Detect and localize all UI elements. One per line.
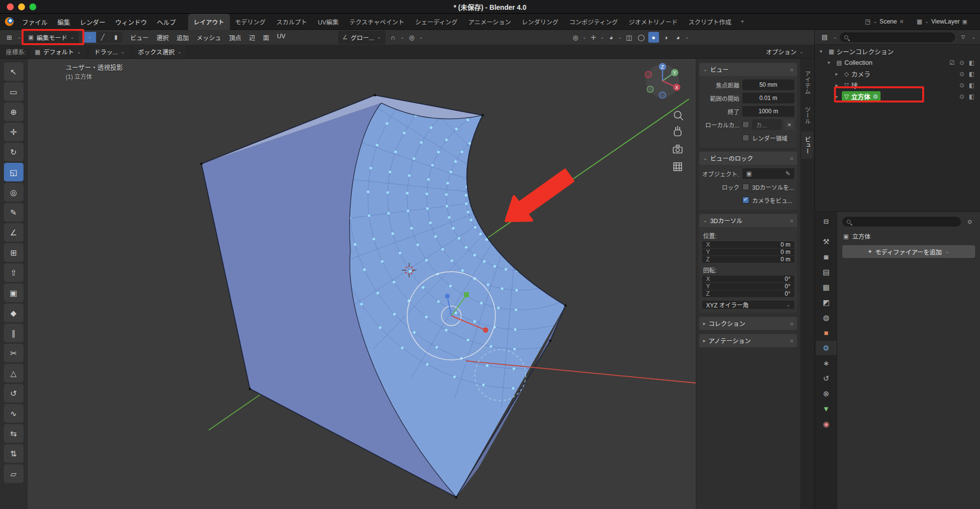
workspace-tab-texture-paint[interactable]: テクスチャペイント [344, 14, 410, 30]
workspace-tab-sculpting[interactable]: スカルプト [271, 14, 313, 30]
disable-render-camera-icon[interactable]: ◧ [967, 93, 976, 100]
lock-to-cursor-checkbox[interactable] [742, 183, 749, 190]
properties-tab-object-data[interactable]: ▼ [816, 402, 836, 416]
panel-grip-icon[interactable]: ≡ [790, 218, 793, 224]
viewport-menu-select[interactable]: 選択 [153, 31, 172, 44]
disable-render-camera-icon[interactable]: ◧ [967, 71, 976, 77]
outliner-row-cube[interactable]: ▸▽立方体⚙⊙◧ [815, 91, 980, 102]
select-box-tool[interactable]: ▭ [4, 82, 24, 101]
clip-end-field[interactable]: 1000 m [742, 106, 794, 117]
zoom-button[interactable] [29, 3, 36, 10]
proportional-editing-icon[interactable]: ◎ [406, 32, 417, 43]
sidebar-tab-item[interactable]: アイテム [801, 66, 813, 99]
edge-slide-tool[interactable]: ⇆ [4, 424, 24, 443]
coord-system-dropdown[interactable]: ▦ デフォルト ⌄ [30, 45, 85, 58]
scale-tool[interactable]: ◱ [4, 163, 24, 181]
eyedropper-icon[interactable]: ✎ [785, 170, 790, 177]
focal-length-field[interactable]: 50 mm [742, 79, 794, 90]
outliner-row-sphere[interactable]: ▸▽球⊙◧ [815, 79, 980, 91]
unlink-scene-icon[interactable]: ✕ [900, 19, 904, 25]
3d-viewport[interactable]: Z Y X [27, 59, 696, 509]
loop-cut-tool[interactable]: ∥ [4, 324, 24, 342]
properties-search-input[interactable] [842, 217, 961, 227]
face-select-button[interactable]: ▮ [110, 32, 122, 43]
shading-solid-icon[interactable]: ● [648, 32, 659, 43]
toggle-ortho-icon[interactable] [674, 163, 682, 171]
editor-type-icon[interactable]: ⊟ [821, 216, 832, 227]
viewport-menu-view[interactable]: ビュー [127, 31, 152, 44]
properties-tab-render[interactable]: ◙ [816, 250, 836, 264]
viewport-menu-face[interactable]: 面 [260, 31, 273, 44]
cursor-location-y-field[interactable]: Y0 m [702, 249, 794, 255]
workspace-tab-compositing[interactable]: コンポジティング [564, 14, 623, 30]
navigation-gizmo[interactable]: Z Y X [645, 63, 681, 99]
editor-type-icon[interactable]: ▤ [819, 32, 830, 43]
hide-viewport-eye-icon[interactable]: ⊙ [957, 82, 966, 89]
cursor-rotation-x-field[interactable]: X0° [702, 276, 794, 282]
shading-wireframe-icon[interactable]: ◯ [636, 32, 647, 43]
editor-type-dropdown[interactable]: ⌄ [833, 35, 837, 40]
render-region-checkbox[interactable] [742, 134, 749, 141]
panel-grip-icon[interactable]: ≡ [790, 321, 793, 327]
cube-mesh-object[interactable] [200, 59, 696, 499]
disable-render-camera-icon[interactable]: ◧ [967, 59, 976, 66]
view-section-header[interactable]: ⌄ ビュー ≡ [699, 63, 797, 76]
cursor-section-header[interactable]: ⌄ 3Dカーソル ≡ [699, 214, 797, 227]
annotation-section-header[interactable]: ▸ アノテーション ≡ [699, 334, 797, 347]
close-button[interactable] [7, 3, 14, 10]
shear-tool[interactable]: ▱ [4, 464, 24, 483]
viewport-menu-uv[interactable]: UV [273, 31, 289, 44]
workspace-tab-shading[interactable]: シェーディング [410, 14, 463, 30]
expand-arrow-icon[interactable]: ▸ [833, 94, 840, 99]
properties-tab-modifiers[interactable]: ⚙ [816, 341, 836, 355]
view-lock-section-header[interactable]: ⌄ ビューのロック ≡ [699, 152, 797, 165]
sidebar-tab-tool[interactable]: ツール [801, 102, 813, 129]
menu-edit[interactable]: 編集 [53, 15, 74, 29]
add-workspace-button[interactable]: + [736, 15, 748, 28]
expand-arrow-icon[interactable]: ▸ [833, 82, 840, 88]
copy-icon[interactable]: ▣ [962, 19, 967, 25]
panel-grip-icon[interactable]: ≡ [790, 338, 793, 344]
workspace-tab-layout[interactable]: レイアウト [188, 14, 230, 30]
edge-select-button[interactable]: ╱ [97, 32, 109, 43]
disable-render-camera-icon[interactable]: ◧ [967, 82, 976, 89]
editor-type-dropdown[interactable]: ⌄ [17, 35, 21, 40]
show-gizmo-icon[interactable]: ✛ [588, 32, 599, 43]
axis-x-neg-ball[interactable] [645, 72, 652, 78]
inset-faces-tool[interactable]: ▣ [4, 283, 24, 302]
camera-view-icon[interactable] [673, 145, 682, 153]
transform-orientation-dropdown[interactable]: ∠ グロー... ⌄ [338, 31, 386, 44]
panel-grip-icon[interactable]: ≡ [790, 67, 793, 73]
workspace-tab-uv-editing[interactable]: UV編集 [313, 14, 344, 30]
spin-tool[interactable]: ↺ [4, 384, 24, 403]
menu-window[interactable]: ウィンドウ [111, 15, 151, 29]
menu-render[interactable]: レンダー [75, 15, 110, 29]
hide-viewport-eye-icon[interactable]: ⊙ [957, 59, 966, 66]
extrude-region-tool[interactable]: ⇧ [4, 263, 24, 282]
gizmo-z-handle[interactable] [445, 294, 450, 299]
knife-tool[interactable]: ✂ [4, 344, 24, 362]
add-cube-tool[interactable]: ⊞ [4, 243, 24, 262]
viewport-menu-vertex[interactable]: 頂点 [225, 31, 245, 44]
filter-dropdown[interactable]: ⌄ [972, 35, 976, 40]
outliner-search-input[interactable] [840, 32, 955, 42]
mode-dropdown[interactable]: ▣ 編集モード ⌄ [24, 31, 78, 44]
properties-tab-object[interactable]: ■ [816, 326, 836, 340]
shading-rendered-dropdown[interactable]: ⌄ [685, 35, 689, 40]
pan-hand-icon[interactable] [674, 126, 681, 136]
select-mode-dropdown[interactable]: ボックス選択 ⌄ [134, 45, 186, 58]
view-layer-selector[interactable]: ▦ ⌄ ViewLayer ▣ [917, 18, 967, 25]
axis-y-neg-ball[interactable] [647, 86, 654, 93]
editor-type-icon[interactable]: ⊞ [4, 32, 15, 43]
object-type-visibility-icon[interactable]: ◎ [570, 32, 581, 43]
pin-icon[interactable]: ⊙ [964, 216, 975, 227]
cursor-rotation-y-field[interactable]: Y0° [702, 283, 794, 290]
sidebar-tab-view[interactable]: ビュー [801, 131, 813, 159]
axis-z-neg-ball[interactable] [660, 92, 666, 99]
properties-tab-constraints[interactable]: ⊗ [816, 386, 836, 401]
collection-section-header[interactable]: ▸ コレクション ≡ [699, 317, 797, 330]
local-camera-checkbox[interactable] [742, 121, 749, 128]
cursor-rotation-z-field[interactable]: Z0° [702, 290, 794, 297]
properties-tab-tool[interactable]: ⚒ [816, 234, 836, 249]
workspace-tab-animation[interactable]: アニメーション [463, 14, 516, 30]
